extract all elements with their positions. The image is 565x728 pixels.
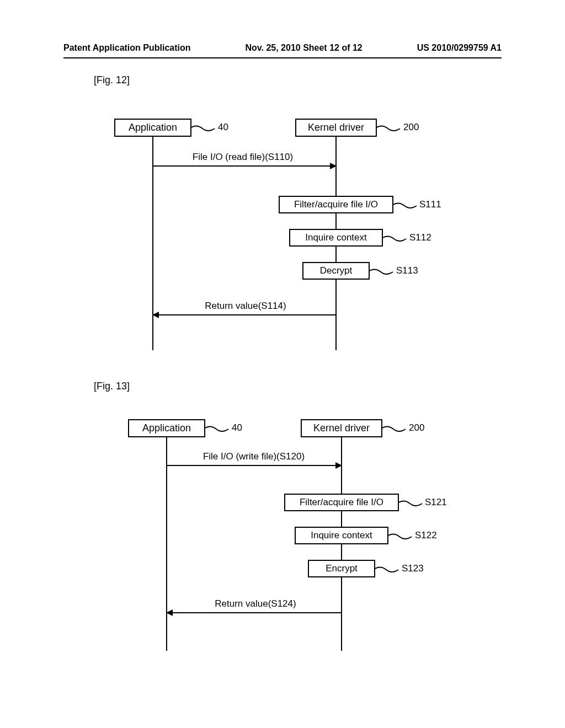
filter-acquire-box: Filter/acquire file I/O: [284, 494, 399, 511]
message-file-io-write: File I/O (write file)(S120): [177, 451, 331, 462]
application-ref: 40: [232, 422, 242, 433]
application-lifeline: [166, 437, 167, 651]
header-right: US 2010/0299759 A1: [417, 43, 502, 53]
figure-12-label: [Fig. 12]: [94, 74, 130, 86]
step-ref-s113: S113: [396, 265, 418, 276]
ref-curve-icon: [370, 266, 397, 277]
message-line: [159, 314, 335, 315]
ref-curve-icon: [191, 123, 219, 134]
figure-12-diagram: Application 40 Kernel driver 200 File I/…: [0, 119, 565, 350]
ref-curve-icon: [375, 564, 403, 575]
step-ref-s111: S111: [419, 199, 441, 210]
decrypt-box: Decrypt: [302, 262, 370, 280]
arrow-right-icon: [335, 462, 342, 469]
step-ref-s112: S112: [409, 232, 431, 243]
arrow-left-icon: [166, 609, 173, 616]
kernel-driver-ref: 200: [403, 122, 419, 133]
ref-curve-icon: [383, 233, 411, 244]
page: Patent Application Publication Nov. 25, …: [0, 0, 565, 728]
step-ref-s121: S121: [425, 497, 447, 508]
kernel-driver-box: Kernel driver: [301, 419, 382, 437]
kernel-driver-ref: 200: [409, 422, 424, 433]
step-ref-s122: S122: [415, 530, 437, 541]
arrow-left-icon: [152, 312, 159, 318]
application-box: Application: [128, 419, 205, 437]
ref-curve-icon: [388, 531, 416, 542]
ref-curve-icon: [205, 424, 233, 435]
header-row: Patent Application Publication Nov. 25, …: [63, 43, 502, 53]
ref-curve-icon: [377, 123, 404, 134]
kernel-driver-box: Kernel driver: [295, 119, 377, 137]
arrow-right-icon: [330, 163, 337, 169]
step-ref-s123: S123: [402, 563, 424, 574]
encrypt-box: Encrypt: [308, 560, 375, 577]
figure-13-diagram: Application 40 Kernel driver 200 File I/…: [0, 419, 565, 651]
header-underline: [63, 57, 502, 58]
ref-curve-icon: [382, 424, 410, 435]
inquire-context-box: Inquire context: [295, 527, 388, 544]
figure-13-label: [Fig. 13]: [94, 381, 130, 392]
application-box: Application: [114, 119, 191, 137]
application-ref: 40: [218, 122, 228, 133]
message-file-io-read: File I/O (read file)(S110): [166, 152, 320, 163]
header-center: Nov. 25, 2010 Sheet 12 of 12: [245, 43, 362, 53]
message-line: [153, 165, 330, 167]
message-return-value: Return value(S124): [192, 598, 319, 609]
inquire-context-box: Inquire context: [289, 229, 383, 247]
filter-acquire-box: Filter/acquire file I/O: [279, 196, 393, 213]
message-line: [167, 465, 335, 466]
ref-curve-icon: [399, 498, 427, 509]
ref-curve-icon: [393, 200, 421, 211]
message-return-value: Return value(S114): [182, 301, 309, 312]
message-line: [173, 612, 341, 613]
header-left: Patent Application Publication: [63, 43, 191, 53]
